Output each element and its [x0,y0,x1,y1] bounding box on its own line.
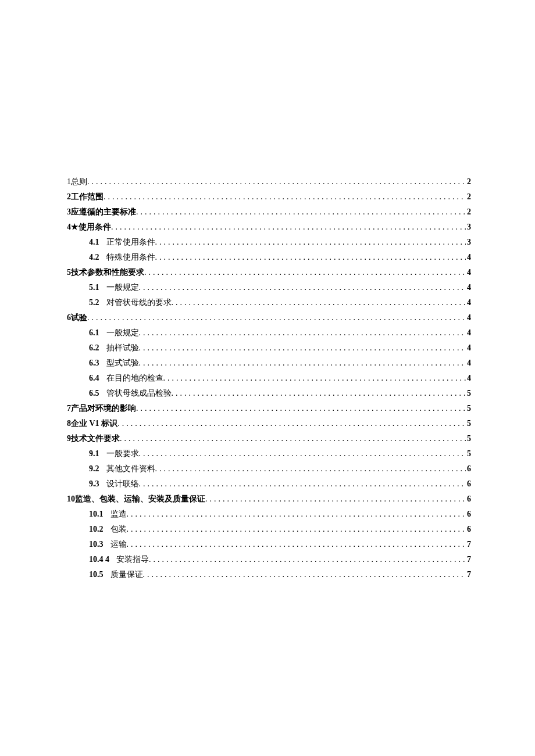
toc-leader-dots [205,492,466,507]
toc-entry: 9.2其他文件资料6 [67,461,471,476]
toc-entry-number: 4★ [67,220,79,235]
toc-entry-title: 总则 [71,174,87,189]
toc-entry-title: 运输 [110,537,127,552]
toc-entry-page: 5 [466,416,471,431]
toc-entry-title: 工作范围 [71,189,104,205]
toc-entry-title: 企业 V1 标识 [71,416,117,431]
toc-leader-dots [139,325,466,341]
toc-leader-dots [139,476,466,492]
toc-container: 1 总则22 工作范围23 应遵循的主要标准24★ 使用条件34.1正常使用条件… [67,174,471,582]
toc-leader-dots [127,537,466,552]
toc-entry-page: 2 [466,189,471,205]
toc-entry-title: 监造 [110,507,127,522]
toc-entry-number: 4.2 [89,250,99,265]
toc-entry-title: 其他文件资料 [106,461,155,476]
toc-entry-number: 6.4 [89,371,99,386]
toc-entry-number: 9.2 [89,461,99,476]
toc-entry-page: 7 [466,567,471,582]
toc-entry-title: 正常使用条件 [106,235,155,250]
toc-entry-page: 3 [466,235,471,250]
toc-entry: 8 企业 V1 标识5 [67,416,471,431]
toc-leader-dots [172,386,466,401]
toc-entry-number: 10.4 4 [89,552,109,567]
toc-leader-dots [127,507,466,522]
toc-entry-title: 一般规定 [106,280,139,295]
toc-entry-page: 4 [466,265,471,280]
toc-leader-dots [143,567,466,582]
toc-leader-dots [172,295,466,310]
toc-entry: 7 产品对环境的影响5 [67,401,471,416]
toc-entry: 5.2对管状母线的要求4 [67,295,471,310]
toc-entry: 6.5管状母线成品检验5 [67,386,471,401]
toc-entry-title: 技术参数和性能要求 [71,265,144,280]
toc-entry-page: 4 [466,325,471,341]
toc-leader-dots [139,356,466,371]
toc-entry: 2 工作范围2 [67,189,471,205]
toc-entry-page: 7 [466,537,471,552]
toc-entry: 10.1监造6 [67,507,471,522]
toc-entry-title: 一般要求 [106,446,139,461]
toc-entry-title: 设计联络 [106,476,139,492]
toc-entry-number: 2 [67,189,71,205]
toc-entry-number: 7 [67,401,71,416]
toc-entry-title: 型式试验 [106,356,139,371]
toc-entry-number: 9 [67,431,71,446]
toc-entry: 10.3运输7 [67,537,471,552]
toc-entry-title: 安装指导 [116,552,149,567]
toc-entry-page: 7 [466,552,471,567]
toc-entry: 4.1正常使用条件3 [67,235,471,250]
toc-entry: 1 总则2 [67,174,471,189]
toc-entry: 4.2特殊使用条件4 [67,250,471,265]
toc-entry-number: 8 [67,416,71,431]
toc-entry: 6.1一般规定4 [67,325,471,341]
toc-entry-page: 4 [466,295,471,310]
toc-entry-number: 3 [67,205,71,220]
toc-entry-page: 6 [466,492,471,507]
toc-entry-title: 技术文件要求 [71,431,120,446]
toc-entry: 6.4在目的地的检查4 [67,371,471,386]
toc-entry-page: 5 [466,386,471,401]
toc-entry-page: 4 [466,341,471,356]
toc-entry-number: 5.1 [89,280,99,295]
toc-entry-number: 6 [67,310,71,325]
toc-entry-number: 10.2 [89,522,104,537]
toc-leader-dots [155,235,466,250]
toc-entry-number: 6.3 [89,356,99,371]
toc-leader-dots [155,250,466,265]
toc-entry-title: 使用条件 [79,220,111,235]
toc-leader-dots [139,341,466,356]
toc-leader-dots [149,552,466,567]
toc-entry: 10.2包装6 [67,522,471,537]
toc-entry-number: 1 [67,174,71,189]
toc-entry-page: 4 [466,310,471,325]
toc-entry: 6.3型式试验4 [67,356,471,371]
toc-leader-dots [87,174,466,189]
toc-entry-number: 9.1 [89,446,99,461]
toc-entry-page: 5 [466,401,471,416]
toc-entry: 9 技术文件要求5 [67,431,471,446]
toc-entry: 4★ 使用条件3 [67,220,471,235]
toc-entry-title: 在目的地的检查 [106,371,163,386]
toc-entry-title: 产品对环境的影响 [71,401,136,416]
toc-entry-title: 抽样试验 [106,341,139,356]
toc-entry-page: 3 [466,220,471,235]
toc-entry: 10.4 4安装指导7 [67,552,471,567]
toc-entry-title: 应遵循的主要标准 [71,205,136,220]
toc-leader-dots [144,265,466,280]
toc-entry-page: 6 [466,507,471,522]
toc-entry-number: 4.1 [89,235,99,250]
toc-entry-title: 包装 [110,522,127,537]
toc-entry-page: 6 [466,476,471,492]
toc-leader-dots [163,371,466,386]
toc-entry-title: 监造、包装、运输、安装及质量保证 [75,492,205,507]
toc-entry: 9.1一般要求5 [67,446,471,461]
toc-entry-number: 10 [67,492,75,507]
toc-entry-number: 6.5 [89,386,99,401]
toc-page: 1 总则22 工作范围23 应遵循的主要标准24★ 使用条件34.1正常使用条件… [0,0,535,640]
toc-leader-dots [139,446,466,461]
toc-entry-page: 2 [466,174,471,189]
toc-leader-dots [155,461,466,476]
toc-entry: 5.1一般规定4 [67,280,471,295]
toc-leader-dots [136,401,466,416]
toc-entry-title: 质量保证 [110,567,143,582]
